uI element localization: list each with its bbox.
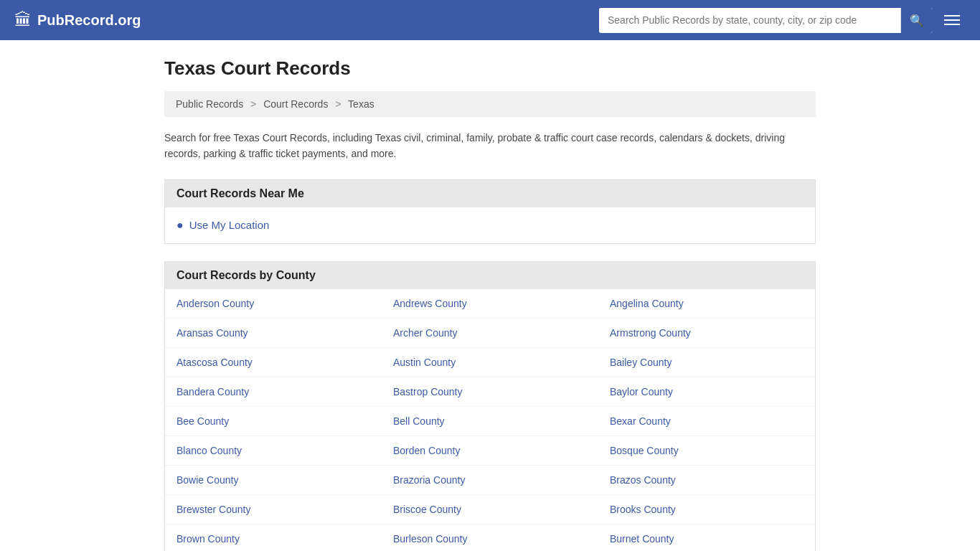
- county-list-item[interactable]: Baylor County: [598, 377, 815, 407]
- site-header: 🏛 PubRecord.org 🔍: [0, 0, 980, 40]
- site-logo[interactable]: 🏛 PubRecord.org: [14, 10, 141, 30]
- county-list-item[interactable]: Bandera County: [165, 377, 382, 407]
- near-me-section: Court Records Near Me ● Use My Location: [164, 179, 816, 244]
- breadcrumb-current: Texas: [348, 98, 374, 110]
- county-list-item[interactable]: Bailey County: [598, 348, 815, 377]
- near-me-header: Court Records Near Me: [165, 180, 815, 207]
- breadcrumb: Public Records > Court Records > Texas: [164, 91, 816, 117]
- county-list-item[interactable]: Aransas County: [165, 319, 382, 348]
- use-location-label: Use My Location: [189, 219, 270, 231]
- county-grid: Anderson CountyAndrews CountyAngelina Co…: [165, 289, 815, 551]
- location-icon: ●: [176, 219, 184, 232]
- menu-bar-2: [944, 19, 960, 21]
- county-list-item[interactable]: Burleson County: [382, 524, 598, 551]
- county-list-item[interactable]: Bowie County: [165, 466, 382, 495]
- county-section: Court Records by County Anderson CountyA…: [164, 261, 816, 551]
- search-bar: 🔍: [599, 8, 933, 33]
- county-list-item[interactable]: Bosque County: [598, 436, 815, 466]
- county-list-item[interactable]: Anderson County: [165, 289, 382, 319]
- logo-text: PubRecord.org: [37, 12, 141, 29]
- county-list-item[interactable]: Bell County: [382, 407, 598, 436]
- near-me-body: ● Use My Location: [165, 207, 815, 243]
- breadcrumb-sep-2: >: [335, 98, 341, 110]
- county-list-item[interactable]: Bexar County: [598, 407, 815, 436]
- county-list-item[interactable]: Brooks County: [598, 495, 815, 524]
- main-content: Texas Court Records Public Records > Cou…: [153, 40, 827, 551]
- county-list-item[interactable]: Brown County: [165, 524, 382, 551]
- breadcrumb-court-records[interactable]: Court Records: [263, 98, 328, 110]
- menu-button[interactable]: [938, 12, 966, 28]
- county-list-item[interactable]: Andrews County: [382, 289, 598, 319]
- search-button[interactable]: 🔍: [900, 8, 933, 33]
- county-list-item[interactable]: Atascosa County: [165, 348, 382, 377]
- use-location-button[interactable]: ● Use My Location: [176, 219, 804, 232]
- county-list-item[interactable]: Angelina County: [598, 289, 815, 319]
- county-list-item[interactable]: Brewster County: [165, 495, 382, 524]
- page-description: Search for free Texas Court Records, inc…: [164, 130, 816, 162]
- breadcrumb-sep-1: >: [250, 98, 256, 110]
- search-icon: 🔍: [910, 14, 924, 27]
- search-input[interactable]: [599, 9, 900, 32]
- county-section-header: Court Records by County: [165, 262, 815, 289]
- menu-bar-1: [944, 15, 960, 17]
- county-list-item[interactable]: Bee County: [165, 407, 382, 436]
- menu-bar-3: [944, 24, 960, 25]
- county-list-item[interactable]: Brazoria County: [382, 466, 598, 495]
- county-list-item[interactable]: Burnet County: [598, 524, 815, 551]
- county-list-item[interactable]: Armstrong County: [598, 319, 815, 348]
- county-list-item[interactable]: Archer County: [382, 319, 598, 348]
- county-list-item[interactable]: Bastrop County: [382, 377, 598, 407]
- county-list-item[interactable]: Austin County: [382, 348, 598, 377]
- county-list-item[interactable]: Blanco County: [165, 436, 382, 466]
- breadcrumb-public-records[interactable]: Public Records: [176, 98, 243, 110]
- logo-icon: 🏛: [14, 10, 32, 30]
- county-list-item[interactable]: Brazos County: [598, 466, 815, 495]
- page-title: Texas Court Records: [164, 57, 816, 80]
- county-list-item[interactable]: Briscoe County: [382, 495, 598, 524]
- header-right: 🔍: [599, 8, 966, 33]
- county-list-item[interactable]: Borden County: [382, 436, 598, 466]
